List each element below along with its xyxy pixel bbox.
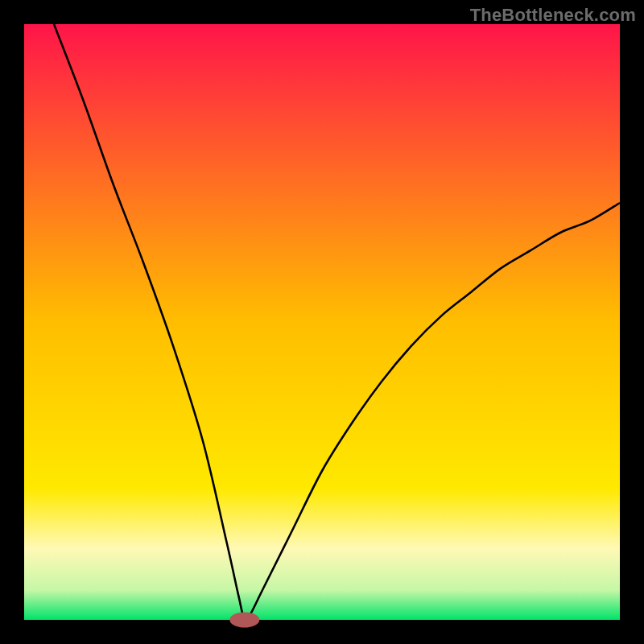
plot-background <box>24 24 620 620</box>
bottleneck-chart <box>0 0 644 644</box>
chart-container: TheBottleneck.com <box>0 0 644 644</box>
optimum-marker <box>229 612 259 627</box>
